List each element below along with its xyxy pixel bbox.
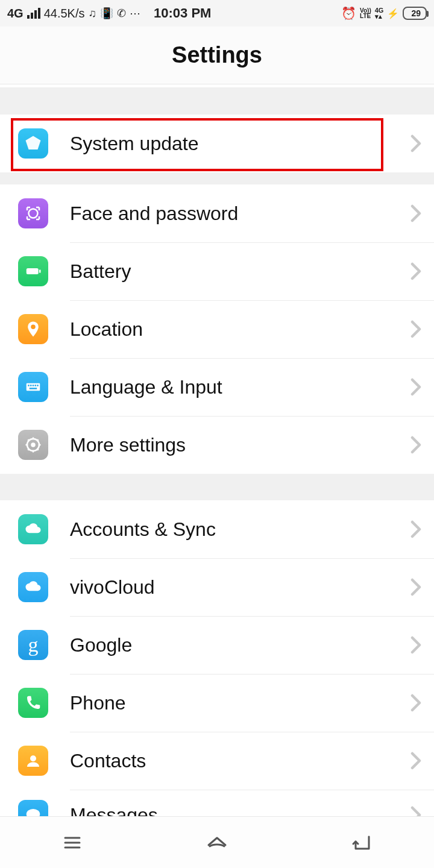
cloud-icon [18, 572, 48, 602]
chevron-right-icon [398, 578, 434, 596]
network2-4g-icon: 4G▾▴ [375, 7, 384, 19]
battery-icon [18, 256, 48, 286]
row-label: Battery [70, 260, 398, 283]
svg-point-13 [31, 442, 36, 447]
alarm-icon: ⏰ [341, 6, 356, 20]
music-icon: ♫ [89, 7, 97, 20]
cloud-sync-icon [18, 514, 48, 544]
google-icon: g [18, 630, 48, 660]
svg-marker-0 [26, 136, 41, 150]
row-label: Messages [70, 804, 398, 817]
page-title: Settings [172, 42, 262, 68]
chevron-right-icon [398, 520, 434, 538]
battery-level: 29 [403, 7, 427, 20]
chevron-right-icon [398, 262, 434, 280]
row-label: Face and password [70, 203, 398, 225]
row-label: Language & Input [70, 376, 398, 398]
row-more-settings[interactable]: More settings [0, 416, 434, 474]
location-icon [18, 314, 48, 344]
svg-rect-9 [35, 385, 37, 386]
charging-icon: ⚡ [387, 8, 399, 19]
nav-recents-button[interactable] [24, 825, 121, 861]
chevron-right-icon [398, 436, 434, 454]
chevron-right-icon [398, 134, 434, 153]
chevron-right-icon [398, 752, 434, 770]
row-label: vivoCloud [70, 576, 398, 599]
whatsapp-icon: ✆ [117, 7, 126, 20]
svg-point-14 [30, 755, 36, 761]
row-battery[interactable]: Battery [0, 242, 434, 300]
contacts-icon [18, 746, 48, 776]
svg-rect-8 [33, 385, 34, 386]
keyboard-icon [18, 372, 48, 402]
status-bar: 4G 44.5K/s ♫ 📳 ✆ ⋯ 10:03 PM ⏰ Vo))LTE 4G… [0, 0, 434, 27]
row-label: Contacts [70, 750, 398, 772]
chevron-right-icon [398, 320, 434, 338]
row-label: Phone [70, 692, 398, 714]
network-speed: 44.5K/s [44, 7, 85, 20]
row-label: Accounts & Sync [70, 518, 398, 541]
svg-rect-5 [27, 383, 40, 391]
row-language-input[interactable]: Language & Input [0, 358, 434, 416]
row-label: Google [70, 634, 398, 656]
messages-icon [18, 800, 48, 816]
group-gap [0, 474, 434, 500]
row-accounts-sync[interactable]: Accounts & Sync [0, 500, 434, 558]
row-messages[interactable]: Messages [0, 790, 434, 816]
svg-rect-10 [37, 385, 39, 386]
chevron-right-icon [398, 694, 434, 712]
volte-icon: Vo))LTE [360, 8, 371, 19]
page-header: Settings [0, 27, 434, 84]
gear-icon [18, 430, 48, 460]
row-label: System update [70, 133, 398, 155]
svg-rect-11 [30, 388, 37, 389]
status-right: ⏰ Vo))LTE 4G▾▴ ⚡ 29 [341, 6, 427, 20]
nav-home-button[interactable] [169, 825, 265, 861]
row-face-password[interactable]: Face and password [0, 184, 434, 242]
status-left: 4G 44.5K/s ♫ 📳 ✆ ⋯ 10:03 PM [7, 5, 211, 21]
svg-rect-6 [28, 385, 30, 386]
chevron-right-icon [398, 636, 434, 654]
signal-icon [27, 8, 40, 19]
chevron-right-icon [398, 806, 434, 816]
vibrate-icon: 📳 [100, 7, 113, 20]
svg-point-4 [31, 325, 36, 330]
navigation-bar [0, 816, 434, 868]
svg-rect-2 [27, 268, 39, 274]
system-update-icon [18, 128, 48, 159]
row-vivocloud[interactable]: vivoCloud [0, 558, 434, 616]
nav-back-button[interactable] [313, 825, 410, 861]
svg-point-15 [27, 809, 40, 816]
svg-rect-7 [30, 385, 32, 386]
phone-icon [18, 688, 48, 718]
row-google[interactable]: g Google [0, 616, 434, 674]
row-contacts[interactable]: Contacts [0, 732, 434, 790]
settings-list[interactable]: System update Face and password Battery … [0, 88, 434, 816]
more-notifications-icon: ⋯ [130, 7, 142, 20]
svg-point-1 [29, 209, 38, 218]
row-phone[interactable]: Phone [0, 674, 434, 732]
row-system-update[interactable]: System update [0, 115, 434, 172]
chevron-right-icon [398, 378, 434, 396]
face-icon [18, 198, 48, 228]
group-gap [0, 172, 434, 184]
group-gap [0, 88, 434, 115]
row-label: Location [70, 318, 398, 341]
row-location[interactable]: Location [0, 300, 434, 358]
chevron-right-icon [398, 204, 434, 222]
svg-rect-3 [39, 270, 41, 273]
row-label: More settings [70, 434, 398, 456]
network-4g-label: 4G [7, 7, 24, 20]
status-clock: 10:03 PM [154, 5, 211, 21]
